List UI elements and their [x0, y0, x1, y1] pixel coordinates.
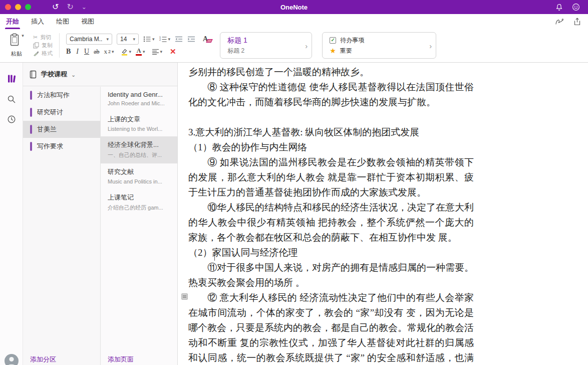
page-item[interactable]: 研究文献 Music and Politics in... — [101, 163, 177, 189]
section-item-selected[interactable]: 甘美兰 — [23, 121, 100, 138]
important-star-icon: ★ — [330, 47, 336, 54]
notebook-icon — [29, 70, 37, 79]
add-section-button[interactable]: 添加分区 — [30, 355, 56, 364]
clipboard-actions: ✂ 剪切 复制 格式 — [33, 32, 53, 59]
page-subtitle: 介绍自己的经历 gam... — [108, 204, 171, 212]
font-color-button[interactable]: A ▾ — [136, 48, 145, 56]
ribbon-tabbar: 开始 插入 绘图 视图 — [0, 14, 588, 29]
section-color-strip — [30, 142, 32, 151]
undo-icon[interactable]: ↺ — [52, 3, 59, 11]
section-label: 方法和写作 — [37, 91, 70, 100]
subscript-button[interactable]: x2 ▾ — [104, 48, 114, 56]
paragraph[interactable]: 乡别井的移民创造了一个温暖的精神故乡。 — [188, 65, 474, 80]
paragraph[interactable]: ⑧ 这种保守的性道德促 使华人移民基督教得以在法国顶住世俗化的文化冲击，而随着移… — [188, 80, 474, 110]
highlight-button[interactable]: ▾ — [121, 48, 132, 56]
inking-icon[interactable] — [555, 18, 563, 26]
page-title: 研究文献 — [108, 167, 171, 176]
notebook-switcher[interactable]: 学校课程 ⌄ — [23, 63, 177, 86]
tags-more-chevron-icon[interactable]: › — [429, 41, 432, 50]
section-item[interactable]: 方法和写作 — [23, 87, 100, 104]
page-item[interactable]: 上课的文章 Listening to the Worl... — [101, 111, 177, 136]
subscript-caret-icon: ▾ — [112, 49, 114, 54]
italic-button[interactable]: I — [75, 48, 80, 56]
page-item-selected[interactable]: 经济全球化背景... 一、自己的总结、评... — [101, 136, 177, 163]
notebook-panel: 学校课程 ⌄ 方法和写作 研究研讨 甘美兰 写作要求 — [23, 63, 178, 365]
cut-button[interactable]: ✂ 剪切 — [33, 34, 53, 42]
section-item[interactable]: 写作要求 — [23, 138, 100, 155]
section-color-strip — [30, 125, 32, 134]
notebook-title: 学校课程 — [41, 70, 67, 79]
minimize-window-button[interactable] — [15, 4, 21, 10]
tag-important[interactable]: ★ 重要 — [330, 47, 425, 55]
clear-formatting-button[interactable]: A — [203, 35, 211, 43]
user-avatar[interactable] — [4, 353, 19, 365]
redo-icon[interactable]: ↻ — [67, 3, 73, 11]
style-heading1[interactable]: 标题 1 — [227, 36, 301, 45]
font-size-value: 14 — [120, 36, 129, 43]
paragraph[interactable]: ⑫ 意大利华人移民的 经济流动性决定了他们中的有些人会举家在城市间流动，个体的家… — [188, 290, 474, 365]
styles-more-chevron-icon[interactable]: › — [305, 41, 308, 50]
tab-home[interactable]: 开始 — [0, 14, 25, 29]
notifications-bell-icon[interactable] — [555, 4, 563, 11]
tag-todo[interactable]: ✓ 待办事项 — [330, 36, 425, 45]
paragraph-handle-icon[interactable] — [181, 293, 188, 300]
paragraph-heading[interactable]: 3.意大利的浙江华人基督教: 纵向牧区体制的抱团式发展 — [188, 125, 474, 140]
feedback-smiley-icon[interactable] — [572, 3, 580, 11]
font-size-select[interactable]: 14 ▾ — [117, 34, 139, 45]
note-page-content[interactable]: 乡别井的移民创造了一个温暖的精神故乡。 ⑧ 这种保守的性道德促 使华人移民基督教… — [188, 65, 474, 365]
page-canvas[interactable]: 乡别井的移民创造了一个温暖的精神故乡。 ⑧ 这种保守的性道德促 使华人移民基督教… — [178, 63, 588, 365]
tab-view[interactable]: 视图 — [75, 14, 100, 29]
onenote-window: OneNote ↺ ↻ ⌄ 开始 插入 绘图 视图 — [0, 0, 588, 365]
tags-gallery[interactable]: ✓ 待办事项 ★ 重要 › — [322, 32, 436, 59]
pages-list: Identity and Genr... John Roeder and Mic… — [100, 87, 177, 365]
bold-button[interactable]: B — [66, 48, 71, 56]
close-window-button[interactable] — [5, 4, 11, 10]
style-heading2[interactable]: 标题 2 — [227, 47, 301, 55]
tab-draw[interactable]: 绘图 — [50, 14, 75, 29]
clear-formatting-icon: A — [203, 35, 211, 43]
recent-notes-clock-icon[interactable] — [7, 115, 16, 124]
search-icon[interactable] — [7, 95, 16, 104]
copy-button[interactable]: 复制 — [33, 42, 53, 50]
app-rail — [0, 63, 23, 365]
blank-line — [188, 110, 474, 125]
paragraph[interactable]: （1）教会的协作与内生网络 — [188, 140, 474, 155]
outdent-button[interactable] — [175, 36, 183, 43]
page-title: 上课的文章 — [108, 115, 171, 124]
paragraph[interactable]: ⑨ 如果说法国的温州移民教会是在少数教会领袖的精英带领下的发展，那么意大利的华人… — [188, 155, 474, 200]
paragraph[interactable]: ⑩华人移民的结构特点和移民的经济生活状况，决定了在意大利的华人教会中很少有精英领… — [188, 200, 474, 245]
bullet-list-button[interactable]: ▾ — [143, 36, 155, 43]
tab-insert[interactable]: 插入 — [25, 14, 50, 29]
section-item[interactable]: 研究研讨 — [23, 104, 100, 121]
underline-button[interactable]: U — [84, 48, 89, 56]
share-icon[interactable] — [573, 18, 581, 26]
paragraph[interactable]: ⑪对于很多中国人来说，对房产的拥有是情感归属的一种需要。热衷买教会聚会用的场所 … — [188, 260, 474, 290]
paste-dropdown-caret-icon[interactable]: ▾ — [22, 33, 24, 38]
ribbon: ▾ 粘贴 ✂ 剪切 复制 格式 — [0, 29, 588, 63]
notebooks-icon[interactable] — [7, 74, 17, 84]
styles-gallery[interactable]: 标题 1 标题 2 › — [220, 32, 312, 59]
font-color-caret-icon: ▾ — [143, 49, 145, 54]
strikethrough-button[interactable]: ab — [94, 48, 99, 56]
ribbon-toggle-icon[interactable]: ⌄ — [82, 3, 87, 11]
paste-button[interactable]: ▾ 粘贴 — [5, 32, 28, 59]
format-painter-button[interactable]: 格式 — [33, 49, 53, 57]
font-row-2: B I U ab x2 ▾ ▾ A ▾ — [66, 46, 211, 58]
cut-label: 剪切 — [40, 34, 51, 41]
quick-actions: ↺ ↻ ⌄ — [52, 3, 87, 11]
numbered-list-button[interactable]: 12 ▾ — [159, 36, 171, 43]
page-item[interactable]: 上课笔记 介绍自己的经历 gam... — [101, 189, 177, 216]
alignment-button[interactable]: ▾ — [152, 49, 163, 55]
alignment-caret-icon: ▾ — [160, 49, 163, 54]
zoom-window-button[interactable] — [25, 4, 31, 10]
delete-button[interactable]: ✕ — [170, 47, 176, 56]
font-size-caret-icon: ▾ — [133, 37, 135, 42]
font-family-caret-icon: ▾ — [106, 37, 109, 42]
scissors-icon: ✂ — [33, 34, 38, 41]
paragraph[interactable]: （2）家国认同与经济伦理 — [188, 245, 474, 260]
add-page-button[interactable]: 添加页面 — [108, 355, 134, 364]
font-family-select[interactable]: Cambria M... ▾ — [66, 34, 112, 45]
page-item[interactable]: Identity and Genr... John Roeder and Mic… — [101, 87, 177, 111]
indent-button[interactable] — [187, 36, 195, 43]
font-row-1: Cambria M... ▾ 14 ▾ ▾ 12 ▾ — [66, 33, 211, 45]
